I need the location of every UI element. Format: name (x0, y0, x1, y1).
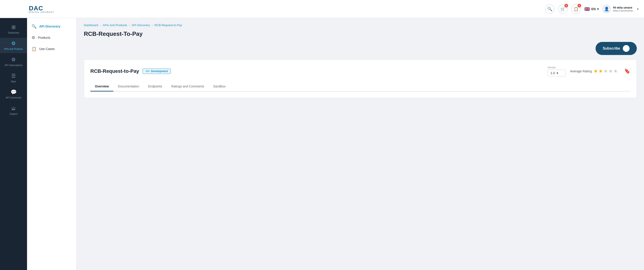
breadcrumb: Dashboard › APIs And Products › API Disc… (84, 24, 637, 27)
user-text: Hi ekta umare ekta.u+pconsume... (613, 6, 635, 12)
products-icon: ⚙ (32, 35, 35, 40)
version-chevron-icon: ▾ (556, 71, 558, 75)
breadcrumb-sep-1: › (100, 24, 101, 27)
user-email: ekta.u+pconsume... (613, 9, 635, 12)
header: ☰ DAC DIGITAL APICRAFT 🔍 🛒 0 📋 0 🇬🇧 EN ▾… (0, 0, 644, 18)
version-dropdown[interactable]: 1.0 ▾ (548, 70, 566, 76)
user-greeting: Hi ekta umare (613, 6, 635, 9)
cart-icon: 🛒 (560, 6, 565, 12)
secondary-sidebar: 🔍 API Discovery ⚙ Products 📋 Use Cases (27, 18, 76, 270)
api-discovery-icon: 🔍 (32, 24, 36, 29)
dev-badge: </> Development (143, 68, 171, 74)
language-selector[interactable]: 🇬🇧 EN ▾ (584, 6, 598, 12)
version-selector: Version 1.0 ▾ (548, 66, 566, 76)
notifications-button[interactable]: 📋 0 (571, 4, 581, 14)
dev-badge-label: Development (151, 70, 168, 73)
sidebar-label-community: API Community (6, 96, 21, 99)
version-value: 1.0 (550, 71, 555, 75)
subscribe-label: Subscribe (603, 46, 620, 50)
main-content: Dashboard › APIs And Products › API Disc… (76, 18, 644, 270)
tab-sandbox[interactable]: Sandbox (209, 82, 230, 92)
apps-icon: ☰ (11, 73, 16, 79)
star-2[interactable]: ★ (598, 68, 603, 74)
tab-endpoints[interactable]: Endpoints (144, 82, 166, 92)
hamburger-button[interactable]: ☰ (6, 3, 15, 13)
logo-sub: DIGITAL APICRAFT (29, 11, 54, 13)
stars: ★ ★ ★ ★ ★ (594, 68, 618, 74)
secondary-label-use-cases: Use Cases (39, 47, 54, 51)
layout: ⊞ Dashboard ⚙ APIs and Products ⚙ API Su… (0, 18, 644, 270)
subscribe-area: Subscribe (84, 42, 637, 55)
search-button[interactable]: 🔍 (545, 4, 554, 14)
secondary-item-products[interactable]: ⚙ Products (27, 32, 76, 43)
sidebar-item-apps[interactable]: ☰ Apps (0, 70, 27, 86)
header-right: 🔍 🛒 0 📋 0 🇬🇧 EN ▾ 👤 Hi ekta umare ekta.u… (545, 4, 638, 14)
star-3[interactable]: ★ (604, 68, 608, 74)
notifications-badge: 0 (578, 4, 581, 8)
apis-icon: ⚙ (11, 40, 16, 46)
breadcrumb-dashboard[interactable]: Dashboard (84, 24, 98, 27)
sidebar-label-subscriptions: API Subscriptions (5, 64, 22, 67)
tab-overview[interactable]: Overview (90, 82, 113, 92)
rating-label: Average Rating (570, 70, 592, 73)
api-card-meta: Version 1.0 ▾ Average Rating ★ ★ ★ ★ (548, 66, 630, 76)
tabs: Overview Documentation Endpoints Ratings… (90, 82, 630, 92)
chevron-down-icon: ▾ (597, 7, 599, 11)
bookmark-icon[interactable]: 🔖 (624, 68, 630, 74)
lang-label: EN (591, 7, 596, 11)
sidebar-label-support: Support (10, 113, 17, 116)
toggle-circle (623, 45, 630, 52)
sidebar-item-support[interactable]: 🛎 Support (0, 103, 27, 118)
use-cases-icon: 📋 (32, 46, 36, 52)
star-5[interactable]: ★ (613, 68, 618, 74)
user-menu[interactable]: 👤 Hi ekta umare ekta.u+pconsume... ▾ (602, 5, 638, 13)
secondary-label-api-discovery: API Discovery (39, 24, 60, 28)
api-card-title: RCB-Request-to-Pay (90, 68, 139, 74)
secondary-item-api-discovery[interactable]: 🔍 API Discovery (27, 21, 76, 32)
rating-area: Average Rating ★ ★ ★ ★ ★ (570, 68, 618, 74)
cart-badge: 0 (564, 4, 568, 8)
star-1[interactable]: ★ (594, 68, 598, 74)
secondary-label-products: Products (38, 36, 50, 40)
dashboard-icon: ⊞ (12, 24, 16, 30)
sidebar: ⊞ Dashboard ⚙ APIs and Products ⚙ API Su… (0, 18, 27, 270)
tab-documentation[interactable]: Documentation (113, 82, 144, 92)
tab-ratings-comments[interactable]: Ratings and Comments (167, 82, 209, 92)
sidebar-item-community[interactable]: 💬 API Community (0, 86, 27, 102)
avatar: 👤 (602, 5, 611, 13)
sidebar-label-apis: APIs and Products (4, 48, 23, 50)
secondary-item-use-cases[interactable]: 📋 Use Cases (27, 43, 76, 54)
bell-icon: 📋 (574, 6, 578, 12)
flag-icon: 🇬🇧 (584, 6, 590, 12)
breadcrumb-sep-2: › (129, 24, 130, 27)
user-chevron-icon: ▾ (637, 7, 638, 11)
breadcrumb-api-discovery[interactable]: API Discovery (132, 24, 150, 27)
sidebar-item-apis-products[interactable]: ⚙ APIs and Products (0, 38, 27, 53)
support-icon: 🛎 (11, 106, 16, 111)
api-card: RCB-Request-to-Pay </> Development Versi… (84, 60, 637, 98)
version-label: Version (548, 66, 566, 69)
sidebar-label-apps: Apps (11, 80, 16, 83)
subscriptions-icon: ⚙ (11, 57, 16, 63)
page-title: RCB-Request-To-Pay (84, 30, 637, 38)
logo: DAC DIGITAL APICRAFT (29, 5, 54, 13)
star-4[interactable]: ★ (608, 68, 613, 74)
breadcrumb-sep-3: › (152, 24, 153, 27)
cart-button[interactable]: 🛒 0 (558, 4, 568, 14)
search-icon: 🔍 (547, 6, 552, 12)
breadcrumb-current[interactable]: RCB-Request-to-Pay (154, 24, 182, 27)
api-card-header: RCB-Request-to-Pay </> Development Versi… (90, 66, 630, 76)
community-icon: 💬 (10, 89, 17, 95)
breadcrumb-apis-products[interactable]: APIs And Products (103, 24, 127, 27)
subscribe-button[interactable]: Subscribe (596, 42, 637, 55)
sidebar-item-dashboard[interactable]: ⊞ Dashboard (0, 22, 27, 37)
sidebar-label-dashboard: Dashboard (8, 32, 19, 34)
sidebar-item-api-subscriptions[interactable]: ⚙ API Subscriptions (0, 54, 27, 70)
code-icon: </> (146, 70, 150, 73)
